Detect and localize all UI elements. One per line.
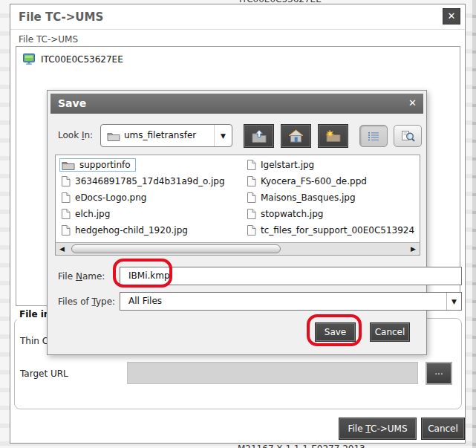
scrollbar-thumb[interactable] <box>71 244 281 253</box>
new-folder-icon <box>325 129 342 143</box>
file-name: Maisons_Basques.jpg <box>261 192 356 203</box>
file-name: 36346891785_17d4b31a9d_o.jpg <box>75 176 225 186</box>
file-icon <box>247 175 256 187</box>
dialog-cancel-button[interactable]: Cancel <box>370 322 410 342</box>
save-dialog-close-icon[interactable]: ✕ <box>408 97 417 108</box>
file-name: supportinfo <box>79 160 131 170</box>
file-icon <box>247 224 256 236</box>
window-cancel-button[interactable]: Cancel <box>421 418 465 440</box>
close-icon: ✕ <box>448 10 456 22</box>
file-name: tc_files_for_support_00E0C513924 <box>261 225 414 236</box>
list-item[interactable]: stopwatch.jpg <box>247 207 323 221</box>
file-name-value: IBMi.kmp <box>128 270 170 281</box>
up-one-level-button[interactable] <box>244 124 274 148</box>
list-item[interactable]: 36346891785_17d4b31a9d_o.jpg <box>61 174 225 189</box>
save-dialog: Save ✕ Look In: ums_filetransfer ▼ <box>47 90 427 355</box>
list-item[interactable]: tc_files_for_support_00E0C513924 <box>247 223 414 238</box>
file-icon <box>61 192 71 204</box>
file-name: Kyocera_FS-600_de.ppd <box>261 176 367 186</box>
scroll-left-arrow-icon[interactable]: ◀ <box>56 243 68 255</box>
list-view-button[interactable] <box>359 125 388 147</box>
window-close-button[interactable]: ✕ <box>443 8 460 25</box>
focused-item-box: supportinfo <box>59 158 136 172</box>
list-item[interactable]: Igelstart.jpg <box>247 158 314 172</box>
scroll-right-arrow-icon[interactable]: ▶ <box>407 243 420 255</box>
home-button[interactable] <box>281 124 311 148</box>
file-icon <box>61 175 71 187</box>
list-item[interactable]: Kyocera_FS-600_de.ppd <box>247 174 367 189</box>
new-folder-button[interactable] <box>318 124 348 148</box>
file-name-label: File Name: <box>58 271 105 282</box>
horizontal-scrollbar[interactable]: ◀ ▶ <box>56 242 420 255</box>
device-name: ITC00E0C53627EE <box>41 54 123 65</box>
file-icon <box>247 159 256 171</box>
folder-icon <box>107 131 120 141</box>
file-name-input[interactable]: IBMi.kmp <box>120 267 462 285</box>
file-icon <box>247 192 256 204</box>
window-title: File TC->UMS <box>19 10 103 24</box>
list-item[interactable]: Maisons_Basques.jpg <box>247 190 356 205</box>
folder-icon <box>62 160 75 170</box>
chevron-down-icon: ▼ <box>221 132 226 140</box>
background-edge-strip <box>472 0 476 448</box>
file-name: hedgehog-child_1920.jpg <box>75 225 188 236</box>
list-view-icon <box>367 131 380 141</box>
chevron-down-icon: ▼ <box>451 298 457 305</box>
up-folder-icon <box>251 129 267 143</box>
file-name: stopwatch.jpg <box>261 209 323 219</box>
files-of-type-value: All Files <box>128 296 162 306</box>
look-in-combobox[interactable]: ums_filetransfer ▼ <box>100 124 232 147</box>
file-name: Igelstart.jpg <box>261 160 314 170</box>
details-magnifier-icon <box>401 130 415 142</box>
target-url-browse-button[interactable]: ... <box>426 362 452 385</box>
files-of-type-combobox[interactable]: All Files ▼ <box>120 292 462 311</box>
file-name: elch.jpg <box>75 209 110 219</box>
file-icon <box>247 208 256 220</box>
combo-arrow-zone[interactable]: ▼ <box>446 293 461 310</box>
device-tree-item[interactable]: ITC00E0C53627EE <box>23 53 123 65</box>
file-icon <box>61 208 71 220</box>
list-item[interactable]: hedgehog-child_1920.jpg <box>61 223 188 238</box>
file-icon <box>61 224 71 236</box>
files-of-type-label: Files of Type: <box>58 296 115 307</box>
save-dialog-title: Save <box>58 97 86 109</box>
file-name: eDocs-Logo.png <box>75 192 146 203</box>
form-label: File TC->UMS <box>19 34 78 45</box>
home-icon <box>288 129 304 143</box>
details-view-button[interactable] <box>394 125 422 147</box>
list-item[interactable]: eDocs-Logo.png <box>61 190 146 205</box>
target-url-input <box>127 362 418 384</box>
look-in-value: ums_filetransfer <box>124 130 196 140</box>
look-in-label: Look In: <box>58 130 93 140</box>
thin-client-label: Thin C <box>20 336 48 346</box>
file-list-panel: supportinfo 36346891785_17d4b31a9d_o.jpg… <box>55 155 420 256</box>
combo-arrow-zone[interactable]: ▼ <box>214 125 232 146</box>
window-titlebar: File TC->UMS ✕ <box>10 4 465 30</box>
background-clipped-text-bottom: M21167 X 1 1 1-E0277 2013 <box>238 444 365 448</box>
file-tc-ums-submit-button[interactable]: File TC->UMS <box>339 418 417 440</box>
list-item[interactable]: elch.jpg <box>61 207 110 221</box>
thin-client-monitor-icon <box>23 53 36 65</box>
button-label: File TC->UMS <box>348 423 407 434</box>
save-button[interactable]: Save <box>315 322 356 342</box>
save-dialog-titlebar: Save ✕ <box>50 94 423 114</box>
target-url-label: Target URL <box>20 369 68 379</box>
list-item[interactable]: supportinfo <box>59 158 136 172</box>
